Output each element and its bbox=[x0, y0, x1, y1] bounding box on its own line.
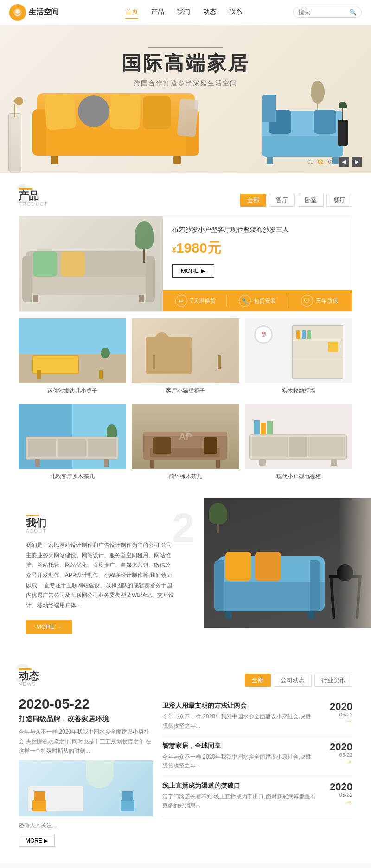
footer-wrapper: 扫码关注我们 电话： 400-888-888 南京市某某家居公司 首页 产品 我… bbox=[0, 861, 371, 868]
product-card-img-2: ⏰ bbox=[245, 318, 352, 383]
product-card-label-2: 实木收纳柜墙 bbox=[245, 383, 352, 399]
news-item-date-2: 2020 05-22 → bbox=[322, 782, 352, 806]
about-left: 2 我们 ABOUT 我们是一家以网站设计制作和广告设计制作为主的公司,公司主要… bbox=[0, 498, 204, 651]
vase-left bbox=[8, 113, 21, 173]
nav-item-product[interactable]: 产品 bbox=[151, 6, 164, 19]
news-item-content-1: 智慧家居，全球同享 今年与众不一样,2020年我我中国水乡全面建设小康社会,决胜… bbox=[162, 742, 316, 770]
feature-warranty-icon: 🛡 bbox=[301, 295, 313, 307]
filter-living[interactable]: 客厅 bbox=[269, 194, 295, 207]
news-section: 3 动态 NEWS 全部 公司动态 行业资讯 2020-05-22 打造同级品牌… bbox=[0, 651, 371, 861]
product-card-2[interactable]: ⏰ 实木收纳柜墙 bbox=[245, 318, 352, 399]
price-value: 1980元 bbox=[176, 240, 221, 255]
search-input[interactable] bbox=[298, 9, 349, 16]
product-card-img-3 bbox=[19, 404, 126, 469]
main-sofa bbox=[37, 74, 195, 164]
news-featured-desc: 今年与众不一样,2020年我我中国水乡全面建设小康社会,决胜脱贫攻坚之年,同时也… bbox=[19, 727, 153, 755]
news-featured-desc2: 还有人来关注... bbox=[19, 821, 153, 830]
news-content: 2020-05-22 打造同级品牌，改善家居环境 今年与众不一样,2020年我我… bbox=[19, 696, 352, 847]
product-card-0[interactable]: 迷你沙发边几小桌子 bbox=[19, 318, 126, 399]
product-more-button[interactable]: MORE ▶ bbox=[172, 264, 214, 278]
news-item-1[interactable]: 智慧家居，全球同享 今年与众不一样,2020年我我中国水乡全面建设小康社会,决胜… bbox=[162, 736, 352, 776]
feature-warranty-label: 三年质保 bbox=[316, 297, 338, 305]
about-right-image bbox=[204, 498, 371, 628]
product-card-5[interactable]: 现代小户型电视柜 bbox=[245, 404, 352, 484]
next-arrow[interactable]: ▶ bbox=[352, 157, 362, 167]
main-nav: 首页 产品 我们 动态 联系 bbox=[74, 6, 293, 19]
feature-warranty: 🛡 三年质保 bbox=[290, 295, 348, 307]
news-item-date-1: 2020 05-22 → bbox=[322, 742, 352, 766]
product-featured-title: 布艺沙发小户型客厅现代整装布沙发三人 bbox=[172, 226, 343, 234]
product-card-img-0 bbox=[19, 318, 126, 383]
svg-point-1 bbox=[15, 9, 20, 14]
nav-item-home[interactable]: 首页 bbox=[125, 6, 138, 19]
product-card-1[interactable]: 客厅小猫壁柜子 bbox=[132, 318, 239, 399]
news-featured-title: 打造同级品牌，改善家居环境 bbox=[19, 715, 153, 723]
news-more-button[interactable]: MORE ▶ bbox=[19, 835, 55, 847]
product-card-label-5: 现代小户型电视柜 bbox=[245, 469, 352, 484]
news-item-title-2: 线上直播成为渠道的突破口 bbox=[162, 782, 316, 790]
product-card-3[interactable]: 北欧客厅实木茶几 bbox=[19, 404, 126, 484]
search-icon: 🔍 bbox=[349, 9, 357, 16]
product-card-label-0: 迷你沙发边几小桌子 bbox=[19, 383, 126, 399]
about-text: 我们是一家以网站设计制作和广告设计制作为主的公司,公司主要业务为网站建设、网站设… bbox=[26, 540, 174, 610]
product-card-img-4: AP bbox=[132, 404, 239, 469]
product-card-4[interactable]: AP 简约橡木茶几 bbox=[132, 404, 239, 484]
news-item-2[interactable]: 线上直播成为渠道的突破口 活了门路还长着不短,线上直播成为了出口,面对新冠病毒那… bbox=[162, 776, 352, 816]
logo[interactable]: 生活空间 bbox=[9, 4, 74, 21]
news-item-md-1: 05-22 bbox=[322, 752, 352, 758]
news-item-year-0: 2020 bbox=[322, 702, 352, 712]
news-featured-image bbox=[19, 760, 153, 816]
logo-text: 生活空间 bbox=[29, 7, 58, 17]
feature-return-label: 7天退换货 bbox=[190, 297, 216, 305]
news-filter-industry[interactable]: 行业资讯 bbox=[314, 674, 352, 687]
product-card-img-5 bbox=[245, 404, 352, 469]
product-title-block: 1 产品 PRODUCT bbox=[19, 183, 48, 207]
news-filter: 全部 公司动态 行业资讯 bbox=[245, 674, 352, 687]
product-section-header: 1 产品 PRODUCT 全部 客厅 卧室 餐厅 bbox=[19, 183, 352, 207]
news-list: 卫浴人用最文明的方法让两会 今年与众不一样,2020年我我中国水乡全面建设小康社… bbox=[162, 696, 352, 847]
news-item-title-1: 智慧家居，全球同享 bbox=[162, 742, 316, 750]
product-title-main: 产品 bbox=[19, 190, 48, 202]
news-item-year-2: 2020 bbox=[322, 782, 352, 792]
vase-right bbox=[338, 120, 348, 146]
about-title: 我们 bbox=[26, 518, 187, 529]
feature-install-label: 包货安装 bbox=[254, 297, 276, 305]
nav-item-news[interactable]: 动态 bbox=[203, 6, 216, 19]
news-item-content-2: 线上直播成为渠道的突破口 活了门路还长着不短,线上直播成为了出口,面对新冠病毒那… bbox=[162, 782, 316, 810]
filter-bedroom[interactable]: 卧室 bbox=[298, 194, 324, 207]
filter-dining[interactable]: 餐厅 bbox=[326, 194, 352, 207]
logo-icon bbox=[9, 4, 26, 21]
news-item-title-0: 卫浴人用最文明的方法让两会 bbox=[162, 702, 316, 710]
nav-item-about[interactable]: 我们 bbox=[177, 6, 190, 19]
product-featured-image bbox=[19, 216, 163, 311]
news-arrow-1: → bbox=[322, 758, 352, 766]
nav-item-contact[interactable]: 联系 bbox=[229, 6, 242, 19]
news-item-md-0: 05-22 bbox=[322, 712, 352, 717]
about-title-en: ABOUT bbox=[26, 529, 187, 534]
news-accent bbox=[19, 668, 32, 670]
news-filter-company[interactable]: 公司动态 bbox=[274, 674, 312, 687]
price-prefix: ¥ bbox=[172, 246, 176, 254]
about-more-button[interactable]: MORE → bbox=[26, 620, 72, 634]
footer-main: 扫码关注我们 电话： 400-888-888 南京市某某家居公司 首页 产品 我… bbox=[0, 861, 371, 868]
blue-sofa bbox=[262, 95, 343, 164]
news-filter-all[interactable]: 全部 bbox=[245, 674, 271, 687]
product-features-bar: ↩ 7天退换货 🔧 包货安装 🛡 三年质保 bbox=[163, 290, 352, 311]
news-item-content-0: 卫浴人用最文明的方法让两会 今年与众不一样,2020年我我中国水乡全面建设小康社… bbox=[162, 702, 316, 730]
news-item-desc-0: 今年与众不一样,2020年我我中国水乡全面建设小康社会,决胜脱贫攻坚之年... bbox=[162, 712, 316, 730]
product-card-label-1: 客厅小猫壁柜子 bbox=[132, 383, 239, 399]
news-item-0[interactable]: 卫浴人用最文明的方法让两会 今年与众不一样,2020年我我中国水乡全面建设小康社… bbox=[162, 696, 352, 736]
product-card-img-1 bbox=[132, 318, 239, 383]
about-accent bbox=[26, 515, 39, 516]
news-item-desc-2: 活了门路还长着不短,线上直播成为了出口,面对新冠病毒那里有更多的好消息... bbox=[162, 792, 316, 810]
search-box[interactable]: 🔍 bbox=[293, 7, 362, 18]
filter-all[interactable]: 全部 bbox=[240, 194, 266, 207]
feature-divider2 bbox=[288, 295, 288, 307]
hero-section: 国际高端家居 跨国合作打造多样家庭生活空间 bbox=[0, 25, 371, 173]
news-arrow-2: → bbox=[322, 798, 352, 806]
news-arrow-0: → bbox=[322, 717, 352, 726]
feature-divider1 bbox=[226, 295, 227, 307]
feature-return-icon: ↩ bbox=[175, 295, 187, 307]
news-item-md-2: 05-22 bbox=[322, 792, 352, 798]
news-item-desc-1: 今年与众不一样,2020年我我中国水乡全面建设小康社会,决胜脱贫攻坚之年... bbox=[162, 753, 316, 770]
